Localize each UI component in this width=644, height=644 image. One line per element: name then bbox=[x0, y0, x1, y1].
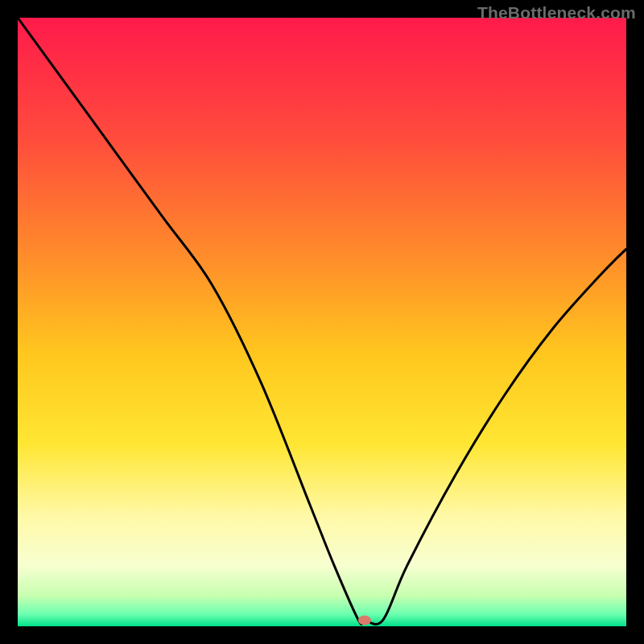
bottleneck-chart bbox=[18, 18, 626, 626]
optimal-point-marker bbox=[358, 615, 371, 625]
chart-plot-area bbox=[18, 18, 626, 626]
watermark: TheBottleneck.com bbox=[477, 3, 636, 23]
